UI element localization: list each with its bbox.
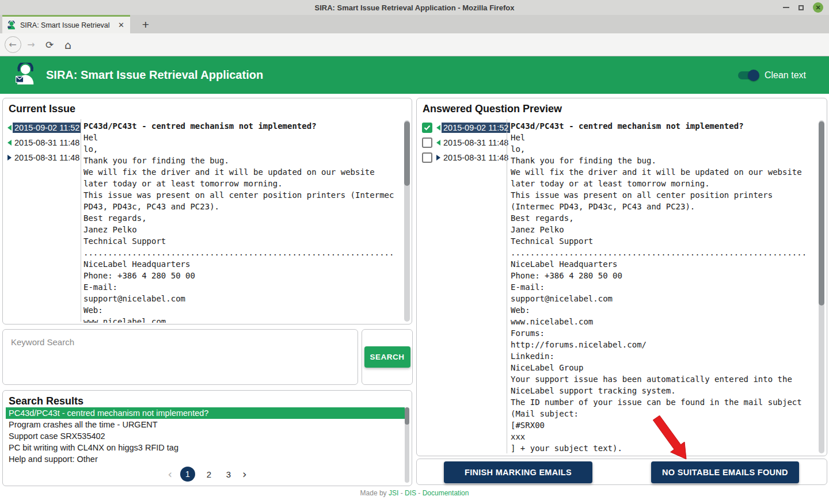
page-3-button[interactable]: 3 — [223, 469, 234, 479]
actions-bar: FINISH MARKING EMAILS NO SUITABLE EMAILS… — [416, 459, 827, 485]
scrollbar-thumb[interactable] — [405, 407, 409, 425]
window-title: SIRA: Smart Issue Retrieval Application … — [315, 3, 515, 12]
date-label-selected[interactable]: 2015-09-02 11:52 — [13, 123, 81, 133]
date-label[interactable]: 2015-08-31 11:48 — [13, 152, 81, 163]
footer-link-dis[interactable]: DIS — [405, 489, 416, 497]
answered-email-list: 2015-09-02 11:52 2015-08-31 11:48 2015-0… — [422, 120, 510, 165]
date-label[interactable]: 2015-08-31 11:48 — [442, 152, 510, 163]
answered-preview-panel: Answered Question Preview 2015-09-02 11:… — [416, 98, 827, 456]
date-item[interactable]: 2015-08-31 11:48 — [7, 135, 81, 150]
search-results-panel: Search Results PC43d/PC43t - centred mec… — [2, 390, 412, 486]
footer: Made by JSI - DIS - Documentation — [0, 489, 829, 497]
result-item[interactable]: Program crashes all the time - URGENT — [6, 419, 405, 430]
navigation-toolbar: ← → ⟳ ⌂ i localhost:3000/?issueID=76748 … — [0, 33, 829, 56]
clean-text-label: Clean text — [765, 70, 806, 81]
minimize-icon[interactable] — [783, 7, 789, 8]
answered-email-row: 2015-09-02 11:52 — [422, 120, 510, 135]
search-button-box: SEARCH — [362, 329, 413, 385]
checkmark-icon — [424, 125, 431, 131]
tab-sira[interactable]: SIRA: Smart Issue Retrieval ✕ — [2, 15, 130, 33]
page-next-icon[interactable]: › — [242, 467, 247, 482]
page-prev-icon[interactable]: ‹ — [168, 467, 172, 482]
current-issue-panel: Current Issue 2015-09-02 11:52 2015-08-3… — [2, 98, 412, 324]
current-issue-date-list: 2015-09-02 11:52 2015-08-31 11:48 2015-0… — [7, 120, 81, 165]
scrollbar-thumb[interactable] — [404, 121, 410, 186]
close-icon[interactable]: ✕ — [813, 2, 823, 13]
back-button[interactable]: ← — [3, 36, 22, 54]
answered-email-row: 2015-08-31 11:48 — [422, 150, 510, 165]
divider — [507, 119, 507, 453]
date-item[interactable]: 2015-09-02 11:52 — [7, 120, 81, 135]
checkbox-unchecked[interactable] — [422, 152, 432, 163]
refresh-button[interactable]: ⟳ — [40, 36, 59, 54]
email-subject: PC43d/PC43t - centred mechanism not impl… — [511, 120, 816, 132]
triangle-left-icon — [7, 140, 12, 146]
back-icon: ← — [5, 36, 21, 53]
email-body: Hel lo, Thank you for finding the bug. W… — [511, 132, 816, 454]
app-title: SIRA: Smart Issue Retrieval Application — [46, 68, 263, 82]
tab-favicon — [7, 21, 16, 30]
tab-bar: SIRA: Smart Issue Retrieval ✕ + — [0, 15, 829, 33]
current-issue-email: PC43d/PC43t - centred mechanism not impl… — [83, 120, 406, 323]
search-button[interactable]: SEARCH — [364, 346, 410, 368]
result-list: PC43d/PC43t - centred mechanism not impl… — [6, 407, 405, 465]
toggle-thumb[interactable] — [748, 70, 759, 81]
checkbox-checked[interactable] — [422, 123, 432, 133]
keyword-search-input[interactable] — [3, 330, 358, 384]
pagination: ‹ 1 2 3 › — [3, 467, 412, 482]
result-item-selected[interactable]: PC43d/PC43t - centred mechanism not impl… — [6, 407, 405, 419]
restore-icon[interactable] — [798, 5, 804, 10]
email-body: Hel lo, Thank you for finding the bug. W… — [83, 132, 406, 323]
page-1-button[interactable]: 1 — [180, 467, 195, 482]
footer-separator: - — [401, 489, 403, 497]
triangle-right-icon — [436, 155, 440, 161]
answered-preview-title: Answered Question Preview — [417, 98, 827, 115]
window-titlebar: SIRA: Smart Issue Retrieval Application … — [0, 0, 829, 15]
home-button[interactable]: ⌂ — [59, 36, 77, 54]
clean-text-toggle[interactable] — [738, 71, 758, 79]
search-results-title: Search Results — [3, 391, 412, 407]
tab-close-icon[interactable]: ✕ — [117, 21, 126, 29]
divider — [81, 119, 81, 322]
current-issue-title: Current Issue — [3, 98, 412, 115]
tab-title: SIRA: Smart Issue Retrieval — [20, 21, 113, 29]
triangle-left-icon — [436, 125, 440, 131]
date-label-selected[interactable]: 2015-09-02 11:52 — [442, 123, 510, 133]
scrollbar-thumb[interactable] — [819, 121, 824, 306]
checkbox-unchecked[interactable] — [422, 138, 432, 148]
result-item[interactable]: PC bit writing with CL4NX on higgs3 RFID… — [6, 442, 405, 453]
result-item[interactable]: Support case SRX535402 — [6, 430, 405, 442]
footer-separator: - — [418, 489, 420, 497]
date-label[interactable]: 2015-08-31 11:48 — [13, 138, 81, 148]
date-label[interactable]: 2015-08-31 11:48 — [442, 138, 510, 148]
answered-email-row: 2015-08-31 11:48 — [422, 135, 510, 150]
new-tab-button[interactable]: + — [137, 16, 154, 33]
forward-button[interactable]: → — [22, 36, 40, 54]
result-item[interactable]: Help and support: Other — [6, 453, 405, 465]
footer-link-documentation[interactable]: Documentation — [423, 489, 469, 497]
footer-link-jsi[interactable]: JSI — [389, 489, 398, 497]
no-suitable-emails-button[interactable]: NO SUITABLE EMAILS FOUND — [651, 461, 799, 483]
triangle-left-icon — [7, 125, 12, 131]
red-arrow-annotation — [652, 415, 691, 463]
app-header: SIRA: Smart Issue Retrieval Application … — [0, 56, 829, 94]
page-2-button[interactable]: 2 — [203, 469, 215, 479]
triangle-left-icon — [436, 140, 440, 146]
triangle-right-icon — [7, 155, 12, 161]
footer-prefix: Made by — [360, 489, 387, 497]
date-item[interactable]: 2015-08-31 11:48 — [7, 150, 81, 165]
keyword-search-box — [2, 329, 358, 385]
email-subject: PC43d/PC43t - centred mechanism not impl… — [83, 120, 406, 132]
finish-marking-emails-button[interactable]: FINISH MARKING EMAILS — [444, 461, 592, 483]
answered-preview-email: PC43d/PC43t - centred mechanism not impl… — [511, 120, 816, 455]
sira-logo-icon — [14, 63, 36, 88]
